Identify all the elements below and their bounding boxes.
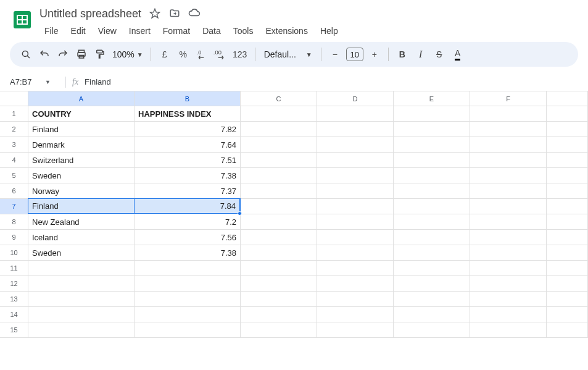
row-header[interactable]: 13 <box>0 292 28 307</box>
print-icon[interactable] <box>73 46 90 63</box>
cell[interactable] <box>470 153 547 168</box>
menu-view[interactable]: View <box>93 23 122 38</box>
cell[interactable] <box>135 292 241 307</box>
cell[interactable] <box>547 322 588 338</box>
cell[interactable] <box>317 261 394 276</box>
cell[interactable] <box>470 276 547 292</box>
menu-format[interactable]: Format <box>158 23 195 38</box>
spreadsheet-grid[interactable]: ABCDEF1COUNTRYHAPPINESS INDEX2Finland7.8… <box>0 91 588 338</box>
row-header[interactable]: 14 <box>0 307 28 322</box>
cell[interactable]: HAPPINESS INDEX <box>135 106 241 122</box>
cell[interactable] <box>547 153 588 168</box>
column-header[interactable]: F <box>470 91 547 106</box>
cell[interactable]: Finland <box>28 122 135 137</box>
cell[interactable] <box>317 168 394 183</box>
cell[interactable] <box>28 292 135 307</box>
cell[interactable] <box>470 168 547 183</box>
redo-icon[interactable] <box>54 46 72 63</box>
cell[interactable] <box>394 168 470 183</box>
cell[interactable] <box>547 276 588 292</box>
cell[interactable] <box>241 137 317 153</box>
move-folder-icon[interactable] <box>168 7 181 20</box>
cell[interactable] <box>547 183 588 199</box>
row-header[interactable]: 9 <box>0 230 28 245</box>
undo-icon[interactable] <box>36 46 53 63</box>
cell[interactable] <box>317 214 394 230</box>
cell[interactable] <box>470 245 547 261</box>
cell[interactable] <box>547 307 588 322</box>
cell[interactable] <box>394 307 470 322</box>
percent-button[interactable]: % <box>175 46 192 63</box>
cell[interactable] <box>28 276 135 292</box>
row-header[interactable]: 2 <box>0 122 28 137</box>
bold-button[interactable]: B <box>394 46 411 63</box>
cell[interactable]: Sweden <box>28 245 135 261</box>
cell[interactable] <box>317 183 394 199</box>
row-header[interactable]: 1 <box>0 106 28 122</box>
cell[interactable] <box>547 168 588 183</box>
cell[interactable] <box>135 261 241 276</box>
cell[interactable]: Iceland <box>28 230 135 245</box>
cell[interactable] <box>241 168 317 183</box>
row-header[interactable]: 5 <box>0 168 28 183</box>
cell[interactable] <box>470 137 547 153</box>
cell[interactable]: COUNTRY <box>28 106 135 122</box>
row-header[interactable]: 3 <box>0 137 28 153</box>
menu-data[interactable]: Data <box>197 23 226 38</box>
cell[interactable] <box>317 153 394 168</box>
cell[interactable]: 7.51 <box>135 153 241 168</box>
cell[interactable] <box>394 106 470 122</box>
cell[interactable] <box>470 106 547 122</box>
cell[interactable] <box>241 122 317 137</box>
search-menus-icon[interactable] <box>17 46 35 63</box>
cell[interactable] <box>547 245 588 261</box>
menu-help[interactable]: Help <box>315 23 343 38</box>
cell[interactable]: 7.56 <box>135 230 241 245</box>
cell[interactable] <box>241 106 317 122</box>
cell[interactable] <box>547 106 588 122</box>
cell[interactable] <box>28 261 135 276</box>
cell[interactable] <box>547 292 588 307</box>
cell[interactable]: 7.38 <box>135 245 241 261</box>
menu-file[interactable]: File <box>39 23 64 38</box>
cell[interactable] <box>135 322 241 338</box>
cell[interactable]: 7.82 <box>135 122 241 137</box>
select-all-corner[interactable] <box>0 91 28 106</box>
increase-decimal-button[interactable]: .00 <box>212 46 229 63</box>
cell[interactable] <box>470 230 547 245</box>
cell[interactable] <box>394 122 470 137</box>
cell[interactable]: Finland <box>28 198 135 214</box>
paint-format-icon[interactable] <box>91 46 109 63</box>
currency-button[interactable]: £ <box>156 46 173 63</box>
cell[interactable] <box>547 122 588 137</box>
cell[interactable] <box>394 137 470 153</box>
cell[interactable] <box>394 322 470 338</box>
name-box[interactable]: A7:B7 ▼ <box>0 77 59 86</box>
cell[interactable] <box>241 214 317 230</box>
menu-tools[interactable]: Tools <box>228 23 259 38</box>
cell[interactable] <box>135 307 241 322</box>
cell[interactable]: 7.84 <box>135 198 241 214</box>
cell[interactable] <box>317 292 394 307</box>
menu-edit[interactable]: Edit <box>66 23 91 38</box>
cell[interactable] <box>317 106 394 122</box>
cell[interactable] <box>135 276 241 292</box>
cell[interactable] <box>241 199 317 214</box>
cell[interactable] <box>394 230 470 245</box>
cell[interactable] <box>394 292 470 307</box>
column-header[interactable]: A <box>28 91 135 106</box>
column-header[interactable]: B <box>135 91 241 106</box>
cell[interactable] <box>317 276 394 292</box>
cell[interactable] <box>394 245 470 261</box>
cell[interactable] <box>28 322 135 338</box>
menu-extensions[interactable]: Extensions <box>260 23 312 38</box>
font-size-increase[interactable]: + <box>366 46 383 63</box>
cell[interactable] <box>241 261 317 276</box>
column-header[interactable]: E <box>394 91 470 106</box>
cell[interactable] <box>241 153 317 168</box>
more-formats-button[interactable]: 123 <box>230 46 250 63</box>
row-header[interactable]: 11 <box>0 261 28 276</box>
cell[interactable] <box>28 307 135 322</box>
cell[interactable] <box>547 214 588 230</box>
cell[interactable]: Switzerland <box>28 153 135 168</box>
